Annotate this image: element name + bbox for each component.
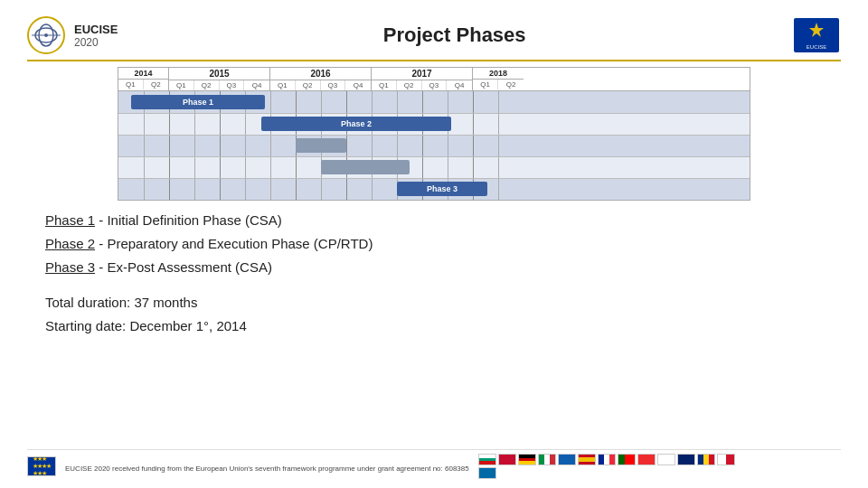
footer-text-content: EUCISE 2020 received funding from the Eu… bbox=[65, 465, 443, 473]
phase-1-label: Phase 1 bbox=[45, 212, 95, 228]
year-2015: 2015 Q1 Q2 Q3 Q4 bbox=[169, 68, 270, 90]
svg-point-4 bbox=[44, 33, 48, 37]
year-2018: 2018 Q1 Q2 bbox=[473, 68, 524, 90]
gantt-row-4-bg bbox=[118, 156, 750, 178]
q3-2016: Q3 bbox=[321, 80, 346, 90]
phase3-bar: Phase 3 bbox=[397, 182, 487, 196]
phase1-label: Phase 1 bbox=[183, 98, 213, 107]
q2-2015: Q2 bbox=[194, 80, 220, 90]
phase2-bar: Phase 2 bbox=[261, 117, 451, 131]
hline bbox=[118, 156, 750, 157]
flag-de bbox=[518, 454, 536, 465]
gantt-body: Phase 1 Phase 2 Phase 3 bbox=[118, 91, 750, 200]
phase-3-item: Phase 3 - Ex-Post Assessment (CSA) bbox=[45, 257, 823, 278]
flag-bg bbox=[478, 454, 496, 465]
q2-2018: Q2 bbox=[498, 80, 524, 89]
phase-1-item: Phase 1 - Initial Definition Phase (CSA) bbox=[45, 210, 823, 231]
gantt-row-3-bg bbox=[118, 135, 750, 156]
gantt-chart: 2014 Q1 Q2 2015 Q1 Q2 Q3 Q4 2016 bbox=[118, 67, 750, 201]
vline bbox=[372, 91, 373, 200]
org-logo bbox=[27, 16, 65, 54]
hline bbox=[118, 135, 750, 136]
q4-2015: Q4 bbox=[244, 80, 269, 90]
q4-2017: Q4 bbox=[447, 80, 472, 90]
vline bbox=[346, 91, 347, 200]
flag-se bbox=[478, 467, 496, 479]
svg-text:EUCISE: EUCISE bbox=[806, 44, 826, 50]
country-flags bbox=[478, 454, 750, 479]
phase-list: Phase 1 - Initial Definition Phase (CSA)… bbox=[45, 210, 823, 278]
hline bbox=[118, 178, 750, 179]
q1-2017: Q1 bbox=[372, 80, 397, 90]
content-section: Phase 1 - Initial Definition Phase (CSA)… bbox=[27, 210, 841, 449]
year-2014: 2014 Q1 Q2 bbox=[118, 68, 169, 90]
q3-2015: Q3 bbox=[220, 80, 245, 90]
flag-gr bbox=[558, 454, 576, 465]
org-name: EUCISE bbox=[74, 23, 118, 36]
year-2017: 2017 Q1 Q2 Q3 Q4 bbox=[372, 68, 473, 90]
footer: ★★★★★★★★★★ EUCISE 2020 received funding … bbox=[27, 449, 841, 479]
q4-2014: Q2 bbox=[144, 80, 168, 89]
flag-pt bbox=[618, 454, 636, 465]
phase-3-desc: - Ex-Post Assessment (CSA) bbox=[95, 259, 272, 275]
flag-dk bbox=[498, 454, 516, 465]
q4-2016: Q4 bbox=[345, 80, 371, 90]
gantt-header: 2014 Q1 Q2 2015 Q1 Q2 Q3 Q4 2016 bbox=[118, 68, 750, 91]
starting-date: Starting date: December 1°, 2014 bbox=[45, 314, 823, 338]
phase3-label: Phase 3 bbox=[427, 184, 458, 193]
flag-es bbox=[578, 454, 596, 465]
phase-2-item: Phase 2 - Preparatory and Execution Phas… bbox=[45, 233, 823, 255]
phase-1-desc: - Initial Definition Phase (CSA) bbox=[95, 212, 282, 228]
footer-funding-text: EUCISE 2020 received funding from the Eu… bbox=[65, 465, 469, 473]
flag-mt bbox=[717, 454, 735, 465]
header-left: EUCISE 2020 bbox=[27, 16, 118, 54]
q2-2017: Q2 bbox=[397, 80, 422, 90]
phase2-label: Phase 2 bbox=[341, 119, 372, 128]
eu-flag: ★★★★★★★★★★ bbox=[27, 456, 56, 476]
q1-2016: Q1 bbox=[270, 80, 296, 90]
year-2016: 2016 Q1 Q2 Q3 Q4 bbox=[270, 68, 372, 90]
flag-no bbox=[637, 454, 656, 465]
vline bbox=[270, 91, 271, 200]
eu-stars: ★★★★★★★★★★ bbox=[33, 455, 51, 477]
flag-ro bbox=[697, 454, 715, 465]
org-year: 2020 bbox=[74, 36, 118, 49]
hline bbox=[118, 113, 750, 114]
sub-bar-2 bbox=[321, 160, 410, 174]
vline bbox=[498, 91, 499, 200]
footer-grant: 608385 bbox=[445, 465, 469, 473]
q3-2014: Q1 bbox=[118, 80, 144, 89]
flag-gb bbox=[677, 454, 695, 465]
phase-3-label: Phase 3 bbox=[45, 259, 95, 275]
org-info: EUCISE 2020 bbox=[74, 23, 118, 49]
total-duration: Total duration: 37 months bbox=[45, 291, 823, 314]
duration-block: Total duration: 37 months Starting date:… bbox=[45, 291, 823, 337]
flag-fr bbox=[598, 454, 616, 465]
q3-2017: Q3 bbox=[422, 80, 448, 90]
q1-2018: Q1 bbox=[473, 80, 498, 89]
flag-fi bbox=[657, 454, 675, 465]
footer-text-block: EUCISE 2020 received funding from the Eu… bbox=[65, 459, 469, 474]
phase-2-label: Phase 2 bbox=[45, 236, 95, 251]
slide: EUCISE 2020 Project Phases EUCISE 2014 Q… bbox=[0, 0, 868, 488]
page-title: Project Phases bbox=[118, 23, 791, 47]
phase-2-desc: - Preparatory and Execution Phase (CP/RT… bbox=[95, 236, 373, 251]
phase1-bar: Phase 1 bbox=[131, 95, 265, 109]
partner-logo: EUCISE bbox=[791, 16, 841, 54]
header: EUCISE 2020 Project Phases EUCISE bbox=[27, 16, 841, 61]
sub-bar-1 bbox=[296, 138, 346, 153]
flag-it bbox=[538, 454, 556, 465]
q1-2015: Q1 bbox=[169, 80, 194, 90]
q2-2016: Q2 bbox=[296, 80, 321, 90]
